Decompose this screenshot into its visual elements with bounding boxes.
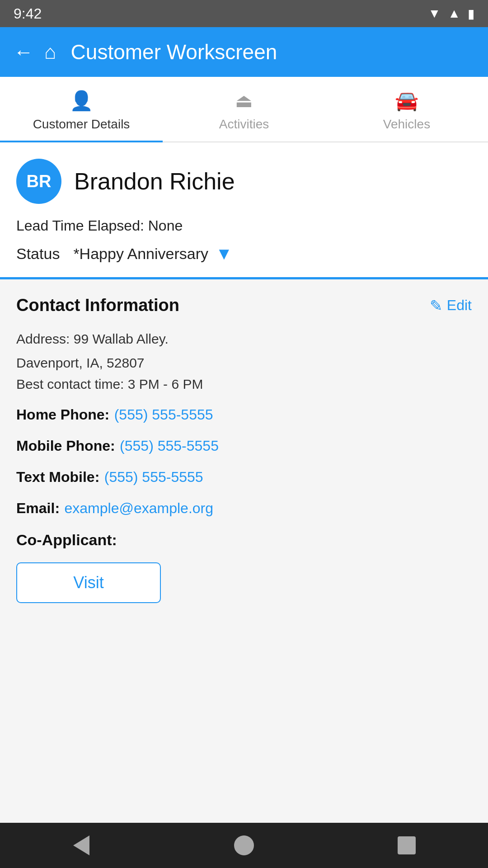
status-icons: ▼ ▲ ▮ <box>428 6 474 21</box>
avatar-initials: BR <box>27 172 52 191</box>
home-nav-icon <box>234 835 254 855</box>
status-label: Status <box>16 245 60 263</box>
edit-button[interactable]: ✎ Edit <box>430 297 472 315</box>
status-row: Status *Happy Anniversary ▼ <box>16 244 472 264</box>
address-line1: Address: 99 Wallab Alley. <box>16 329 472 349</box>
lead-time-value: None <box>148 217 183 234</box>
edit-label: Edit <box>447 297 472 314</box>
mobile-phone-value[interactable]: (555) 555-5555 <box>120 438 219 454</box>
home-phone-label: Home Phone: <box>16 406 109 423</box>
tab-activities-label: Activities <box>219 117 269 132</box>
mobile-phone-label: Mobile Phone: <box>16 438 115 454</box>
nav-back-button[interactable] <box>68 832 95 859</box>
email-field: Email: example@example.org <box>16 500 472 517</box>
customer-details-icon: 👤 <box>70 90 93 112</box>
tab-customer-details-label: Customer Details <box>33 117 130 132</box>
edit-icon: ✎ <box>430 297 442 315</box>
bottom-nav <box>0 823 488 868</box>
battery-icon: ▮ <box>468 6 474 21</box>
back-nav-icon <box>73 835 89 855</box>
contact-header: Contact Information ✎ Edit <box>16 296 472 315</box>
best-contact-time: Best contact time: 3 PM - 6 PM <box>16 377 472 392</box>
back-icon[interactable]: ← <box>14 41 33 63</box>
vehicles-icon: 🚘 <box>395 90 418 112</box>
status-bar: 9:42 ▼ ▲ ▮ <box>0 0 488 27</box>
avatar: BR <box>16 159 61 204</box>
wifi-icon: ▼ <box>428 6 441 21</box>
visit-button[interactable]: Visit <box>16 562 161 603</box>
status-dropdown[interactable]: *Happy Anniversary ▼ <box>73 244 232 264</box>
customer-name-row: BR Brandon Richie <box>16 159 472 204</box>
text-mobile-label: Text Mobile: <box>16 469 99 485</box>
customer-full-name: Brandon Richie <box>74 168 235 195</box>
text-mobile-field: Text Mobile: (555) 555-5555 <box>16 469 472 486</box>
nav-home-button[interactable] <box>230 832 258 859</box>
signal-icon: ▲ <box>448 6 460 21</box>
header: ← ⌂ Customer Workscreen <box>0 27 488 77</box>
tab-vehicles-label: Vehicles <box>383 117 430 132</box>
home-phone-field: Home Phone: (555) 555-5555 <box>16 406 472 423</box>
header-title: Customer Workscreen <box>71 40 277 64</box>
text-mobile-value[interactable]: (555) 555-5555 <box>104 469 203 485</box>
tab-vehicles[interactable]: 🚘 Vehicles <box>325 77 488 142</box>
contact-title: Contact Information <box>16 296 179 315</box>
chevron-down-icon: ▼ <box>216 244 233 264</box>
contact-section: Contact Information ✎ Edit Address: 99 W… <box>0 279 488 823</box>
status-value: *Happy Anniversary <box>73 245 208 263</box>
tab-customer-details[interactable]: 👤 Customer Details <box>0 77 163 142</box>
mobile-phone-field: Mobile Phone: (555) 555-5555 <box>16 438 472 454</box>
email-label: Email: <box>16 500 60 516</box>
recent-nav-icon <box>398 836 416 854</box>
home-icon[interactable]: ⌂ <box>44 41 56 63</box>
activities-icon: ⏏ <box>235 90 253 112</box>
home-phone-value[interactable]: (555) 555-5555 <box>114 406 213 423</box>
customer-info-section: BR Brandon Richie Lead Time Elapsed: Non… <box>0 142 488 277</box>
tab-activities[interactable]: ⏏ Activities <box>163 77 325 142</box>
address-line2: Davenport, IA, 52807 <box>16 353 472 373</box>
tab-bar: 👤 Customer Details ⏏ Activities 🚘 Vehicl… <box>0 77 488 142</box>
lead-time-row: Lead Time Elapsed: None <box>16 217 472 234</box>
nav-recent-button[interactable] <box>393 832 420 859</box>
status-time: 9:42 <box>14 5 42 22</box>
lead-time-label: Lead Time Elapsed: <box>16 217 144 234</box>
co-applicant-label: Co-Applicant: <box>16 531 472 549</box>
email-value[interactable]: example@example.org <box>64 500 213 516</box>
